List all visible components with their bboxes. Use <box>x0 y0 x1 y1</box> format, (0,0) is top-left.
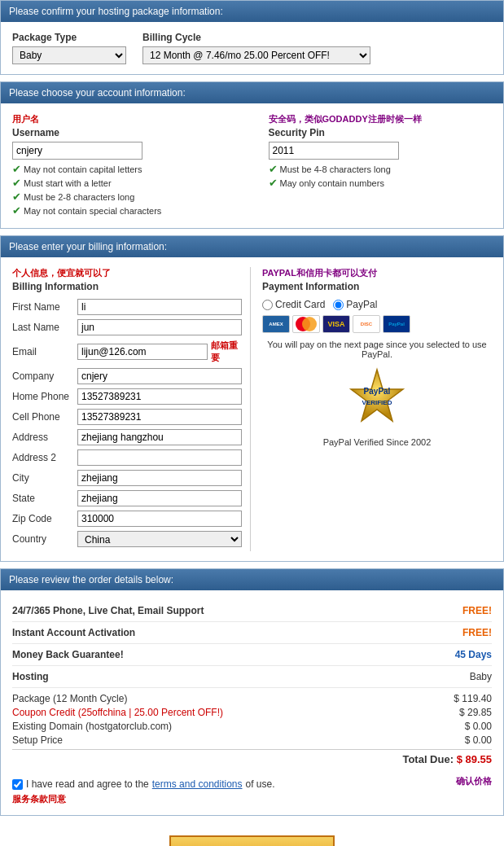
total-value: $ 89.55 <box>457 753 492 765</box>
billing-cycle-select[interactable]: 12 Month @ 7.46/mo 25.00 Percent OFF! <box>142 46 370 64</box>
security-input[interactable] <box>269 142 399 160</box>
city-row: City <box>12 470 242 486</box>
home-phone-input[interactable] <box>77 388 242 405</box>
country-select[interactable]: China <box>77 531 242 547</box>
activation-value: FREE! <box>462 627 492 638</box>
domain-row: Existing Domain (hostgatorclub.com) $ 0.… <box>12 721 492 732</box>
terms-suffix: of use. <box>246 778 275 790</box>
validation-1: ✔ May not contain capital letters <box>12 163 236 175</box>
support-row: 24/7/365 Phone, Live Chat, Email Support… <box>12 600 492 622</box>
security-label: Security Pin <box>269 127 493 138</box>
home-phone-row: Home Phone <box>12 388 242 405</box>
address2-input[interactable] <box>77 449 242 466</box>
home-phone-label: Home Phone <box>12 391 77 402</box>
billing-left-col: 个人信息，便宜就可以了 Billing Information First Na… <box>12 267 251 551</box>
svg-text:PayPal: PayPal <box>364 387 391 396</box>
username-annotation: 用户名 <box>12 113 236 125</box>
city-label: City <box>12 472 77 484</box>
domain-label: Existing Domain (hostgatorclub.com) <box>12 721 172 732</box>
package-section: Please confirm your hosting package info… <box>0 0 504 75</box>
activation-label: Instant Account Activation <box>12 627 135 638</box>
package-price-value: $ 119.40 <box>454 693 492 704</box>
svg-point-1 <box>302 317 317 331</box>
state-row: State <box>12 490 242 506</box>
coupon-value: $ 29.85 <box>459 707 492 718</box>
paypal-note: You will pay on the next page since you … <box>262 340 492 359</box>
create-btn-wrapper: CREATE ACCOUNT <box>0 822 504 846</box>
payment-annotation: PAYPAL和信用卡都可以支付 <box>262 267 492 279</box>
sec-validation-2: ✔ May only contain numbers <box>269 177 493 189</box>
hosting-row: Hosting Baby <box>12 666 492 688</box>
paypal-verified-wrapper: PayPal VERIFIED <box>262 367 492 431</box>
moneyback-row: Money Back Guarantee! 45 Days <box>12 644 492 666</box>
terms-link[interactable]: terms and conditions <box>152 778 243 790</box>
package-price-label: Package (12 Month Cycle) <box>12 693 127 704</box>
address2-row: Address 2 <box>12 449 242 466</box>
first-name-row: First Name <box>12 299 242 315</box>
account-section: Please choose your account information: … <box>0 81 504 229</box>
setup-row: Setup Price $ 0.00 <box>12 734 492 746</box>
check-icon-6: ✔ <box>269 177 278 189</box>
package-type-select[interactable]: Baby <box>12 46 126 64</box>
package-type-group: Package Type Baby <box>12 32 126 64</box>
account-header: Please choose your account information: <box>1 82 503 103</box>
address-row: Address <box>12 429 242 445</box>
terms-checkbox[interactable] <box>12 779 23 790</box>
email-label: Email <box>12 346 77 357</box>
order-header: Please review the order details below: <box>1 569 503 590</box>
mastercard-icon <box>292 315 320 333</box>
city-input[interactable] <box>77 470 242 486</box>
check-icon-4: ✔ <box>12 204 21 217</box>
credit-card-label: Credit Card <box>275 299 325 310</box>
company-input[interactable] <box>77 368 242 384</box>
paypal-card-icon: PayPal <box>383 315 410 333</box>
company-label: Company <box>12 370 77 382</box>
account-row: 用户名 Username ✔ May not contain capital l… <box>12 113 492 218</box>
validation-4: ✔ May not contain special characters <box>12 204 236 217</box>
order-details: Package (12 Month Cycle) $ 119.40 Coupon… <box>12 693 492 765</box>
address-input[interactable] <box>77 429 242 445</box>
check-icon-1: ✔ <box>12 163 21 175</box>
terms-wrapper: I have read and agree to the terms and c… <box>12 772 492 790</box>
paypal-label: PayPal <box>346 299 377 310</box>
moneyback-label: Money Back Guarantee! <box>12 649 124 660</box>
company-row: Company <box>12 368 242 384</box>
last-name-label: Last Name <box>12 322 77 333</box>
billing-cycle-label: Billing Cycle <box>142 32 370 43</box>
svg-text:VERIFIED: VERIFIED <box>362 399 392 406</box>
payment-col-header: Payment Information <box>262 281 492 292</box>
credit-card-option[interactable]: Credit Card <box>262 299 325 310</box>
order-body: 24/7/365 Phone, Live Chat, Email Support… <box>1 590 503 815</box>
hosting-label: Hosting <box>12 671 49 682</box>
terms-text: I have read and agree to the <box>26 778 149 790</box>
security-annotation: 安全码，类似GODADDY注册时候一样 <box>269 113 493 125</box>
email-input[interactable] <box>77 344 208 360</box>
credit-card-radio[interactable] <box>262 300 273 310</box>
check-icon-2: ✔ <box>12 177 21 189</box>
first-name-input[interactable] <box>77 299 242 315</box>
total-label: Total Due: <box>402 753 456 765</box>
username-input[interactable] <box>12 142 142 160</box>
state-input[interactable] <box>77 490 242 506</box>
country-row: Country China <box>12 531 242 547</box>
paypal-option[interactable]: PayPal <box>333 299 377 310</box>
zip-label: Zip Code <box>12 513 77 524</box>
cell-phone-input[interactable] <box>77 409 242 425</box>
last-name-row: Last Name <box>12 319 242 335</box>
coupon-row: Coupon Credit (25offchina | 25.00 Percen… <box>12 707 492 718</box>
billing-col-header: Billing Information <box>12 281 242 292</box>
package-type-label: Package Type <box>12 32 126 43</box>
create-account-button[interactable]: CREATE ACCOUNT <box>169 835 335 846</box>
last-name-input[interactable] <box>77 319 242 335</box>
setup-value: $ 0.00 <box>465 734 492 746</box>
billing-header: Please enter your billing information: <box>1 236 503 257</box>
cell-phone-label: Cell Phone <box>12 411 77 423</box>
zip-input[interactable] <box>77 511 242 527</box>
setup-label: Setup Price <box>12 734 63 746</box>
coupon-label: Coupon Credit (25offchina | 25.00 Percen… <box>12 707 223 718</box>
paypal-radio[interactable] <box>333 300 344 310</box>
email-annotation: 邮箱重要 <box>211 340 242 364</box>
discover-icon: DISC <box>353 315 380 333</box>
payment-col: PAYPAL和信用卡都可以支付 Payment Information Cred… <box>251 267 492 551</box>
email-row: Email 邮箱重要 <box>12 340 242 364</box>
